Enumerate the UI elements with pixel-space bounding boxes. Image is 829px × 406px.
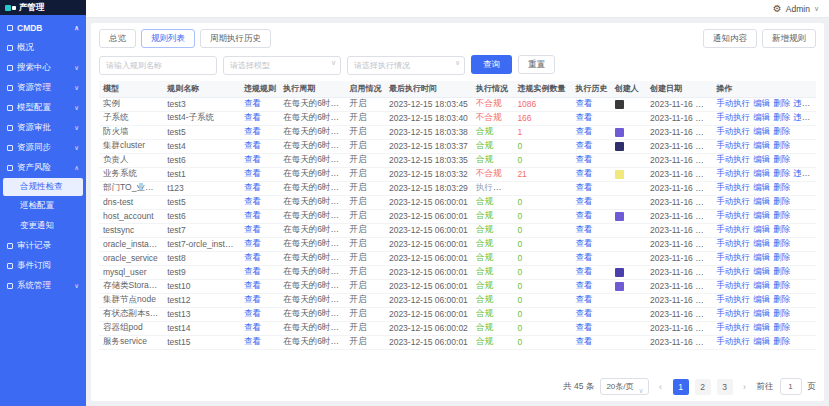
op-manual-exec-link[interactable]: 手动执行 <box>716 252 750 262</box>
violation-rule-view-link[interactable]: 查看 <box>244 322 261 332</box>
sidebar-item-resource-mgmt[interactable]: 资源管理∨ <box>0 78 86 98</box>
op-edit-link[interactable]: 编辑 <box>753 210 770 220</box>
add-rule-button[interactable]: 新增规则 <box>762 29 816 48</box>
sidebar-item-overview[interactable]: 概况 <box>0 38 86 58</box>
sidebar-item-model-config[interactable]: 模型配置∨ <box>0 98 86 118</box>
op-delete-link[interactable]: 删除 <box>773 336 790 346</box>
exec-history-view-link[interactable]: 查看 <box>575 280 592 290</box>
op-delete-link[interactable]: 删除 <box>773 126 790 136</box>
op-manual-exec-link[interactable]: 手动执行 <box>716 154 750 164</box>
op-delete-link[interactable]: 删除 <box>773 238 790 248</box>
op-manual-exec-link[interactable]: 手动执行 <box>716 266 750 276</box>
sidebar-item-inspection-config[interactable]: 巡检配置 <box>0 196 86 216</box>
prev-page-button[interactable]: ‹ <box>655 382 667 392</box>
violation-rule-view-link[interactable]: 查看 <box>244 238 261 248</box>
exec-status-select[interactable] <box>347 56 465 75</box>
exec-history-view-link[interactable]: 查看 <box>575 252 592 262</box>
op-manual-exec-link[interactable]: 手动执行 <box>716 168 750 178</box>
op-edit-link[interactable]: 编辑 <box>753 280 770 290</box>
op-edit-link[interactable]: 编辑 <box>753 112 770 122</box>
violation-rule-view-link[interactable]: 查看 <box>244 266 261 276</box>
op-delete-link[interactable]: 删除 <box>773 308 790 318</box>
sidebar-item-cmdb-group[interactable]: CMDB∧ <box>0 18 86 38</box>
violation-rule-view-link[interactable]: 查看 <box>244 308 261 318</box>
op-edit-link[interactable]: 编辑 <box>753 126 770 136</box>
violation-rule-view-link[interactable]: 查看 <box>244 252 261 262</box>
violation-rule-view-link[interactable]: 查看 <box>244 210 261 220</box>
op-delete-link[interactable]: 删除 <box>773 322 790 332</box>
exec-history-view-link[interactable]: 查看 <box>575 294 592 304</box>
op-edit-link[interactable]: 编辑 <box>753 322 770 332</box>
page-button-1[interactable]: 1 <box>673 379 689 395</box>
op-manual-exec-link[interactable]: 手动执行 <box>716 140 750 150</box>
gear-icon[interactable]: ⚙ <box>773 3 782 14</box>
violation-rule-view-link[interactable]: 查看 <box>244 126 261 136</box>
violation-rule-view-link[interactable]: 查看 <box>244 294 261 304</box>
exec-history-view-link[interactable]: 查看 <box>575 308 592 318</box>
op-delete-link[interactable]: 删除 <box>773 294 790 304</box>
exec-history-view-link[interactable]: 查看 <box>575 168 592 178</box>
violation-rule-view-link[interactable]: 查看 <box>244 336 261 346</box>
op-edit-link[interactable]: 编辑 <box>753 336 770 346</box>
op-manual-exec-link[interactable]: 手动执行 <box>716 210 750 220</box>
op-manual-exec-link[interactable]: 手动执行 <box>716 336 750 346</box>
violation-rule-view-link[interactable]: 查看 <box>244 112 261 122</box>
exec-history-view-link[interactable]: 查看 <box>575 126 592 136</box>
sidebar-item-resource-approval[interactable]: 资源审批∨ <box>0 118 86 138</box>
next-page-button[interactable]: › <box>739 382 751 392</box>
op-manual-exec-link[interactable]: 手动执行 <box>716 280 750 290</box>
rule-name-input[interactable] <box>99 56 217 75</box>
page-size-select[interactable]: 20条/页 ∨ <box>600 378 648 395</box>
sidebar-item-asset-risk[interactable]: 资产风险∧ <box>0 158 86 178</box>
op-manual-exec-link[interactable]: 手动执行 <box>716 294 750 304</box>
page-button-3[interactable]: 3 <box>717 379 733 395</box>
sidebar-item-audit-log[interactable]: 审计记录 <box>0 236 86 256</box>
op-delete-link[interactable]: 删除 <box>773 112 790 122</box>
exec-history-view-link[interactable]: 查看 <box>575 336 592 346</box>
tab-rule-list[interactable]: 规则列表 <box>141 29 195 48</box>
notify-content-button[interactable]: 通知内容 <box>703 29 757 48</box>
op-delete-link[interactable]: 删除 <box>773 210 790 220</box>
sidebar-item-change-notify[interactable]: 变更通知 <box>0 216 86 236</box>
op-edit-link[interactable]: 编辑 <box>753 224 770 234</box>
sidebar-item-event-subscribe[interactable]: 事件订阅 <box>0 256 86 276</box>
admin-menu-label[interactable]: Admin <box>786 4 810 14</box>
model-select[interactable] <box>223 56 341 75</box>
op-edit-link[interactable]: 编辑 <box>753 168 770 178</box>
search-button[interactable]: 查询 <box>471 55 512 74</box>
exec-history-view-link[interactable]: 查看 <box>575 182 592 192</box>
exec-history-view-link[interactable]: 查看 <box>575 196 592 206</box>
op-manual-exec-link[interactable]: 手动执行 <box>716 182 750 192</box>
exec-history-view-link[interactable]: 查看 <box>575 238 592 248</box>
op-manual-exec-link[interactable]: 手动执行 <box>716 238 750 248</box>
exec-history-view-link[interactable]: 查看 <box>575 322 592 332</box>
exec-history-view-link[interactable]: 查看 <box>575 224 592 234</box>
op-delete-link[interactable]: 删除 <box>773 182 790 192</box>
op-manual-exec-link[interactable]: 手动执行 <box>716 308 750 318</box>
op-edit-link[interactable]: 编辑 <box>753 154 770 164</box>
op-edit-link[interactable]: 编辑 <box>753 182 770 192</box>
op-manual-exec-link[interactable]: 手动执行 <box>716 112 750 122</box>
violation-rule-view-link[interactable]: 查看 <box>244 168 261 178</box>
tab-overview[interactable]: 总览 <box>99 29 136 48</box>
op-delete-link[interactable]: 删除 <box>773 98 790 108</box>
violation-rule-view-link[interactable]: 查看 <box>244 154 261 164</box>
op-violation-instances-link[interactable]: 违规实例 <box>793 98 816 108</box>
violation-rule-view-link[interactable]: 查看 <box>244 98 261 108</box>
op-manual-exec-link[interactable]: 手动执行 <box>716 98 750 108</box>
op-edit-link[interactable]: 编辑 <box>753 98 770 108</box>
violation-rule-view-link[interactable]: 查看 <box>244 196 261 206</box>
op-delete-link[interactable]: 删除 <box>773 252 790 262</box>
op-delete-link[interactable]: 删除 <box>773 266 790 276</box>
goto-page-input[interactable] <box>780 378 802 395</box>
op-violation-instances-link[interactable]: 违规实例 <box>793 168 816 178</box>
exec-history-view-link[interactable]: 查看 <box>575 154 592 164</box>
sidebar-item-search-center[interactable]: 搜索中心∨ <box>0 58 86 78</box>
exec-history-view-link[interactable]: 查看 <box>575 140 592 150</box>
op-violation-instances-link[interactable]: 违规实例 <box>793 112 816 122</box>
violation-rule-view-link[interactable]: 查看 <box>244 280 261 290</box>
op-edit-link[interactable]: 编辑 <box>753 252 770 262</box>
op-edit-link[interactable]: 编辑 <box>753 196 770 206</box>
exec-history-view-link[interactable]: 查看 <box>575 210 592 220</box>
op-delete-link[interactable]: 删除 <box>773 224 790 234</box>
